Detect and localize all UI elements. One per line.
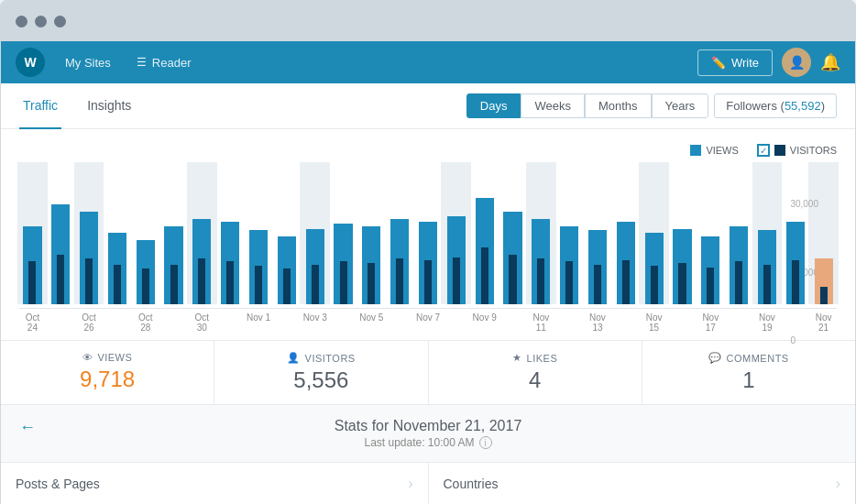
x-label-17 [499, 312, 526, 333]
countries-header[interactable]: Countries › [429, 463, 856, 504]
bar-group-2[interactable] [76, 162, 103, 304]
traffic-light-red[interactable] [16, 16, 27, 27]
bar-group-25[interactable] [726, 162, 752, 304]
bar-views [532, 219, 550, 304]
bar-visitors [85, 258, 93, 304]
info-icon: i [479, 436, 492, 449]
notifications-bell[interactable]: 🔔 [820, 52, 840, 72]
bar-group-14[interactable] [415, 162, 442, 304]
bar-visitors [142, 268, 149, 304]
legend-views-box [690, 145, 701, 156]
bar-group-26[interactable] [754, 162, 781, 304]
bar-group-12[interactable] [358, 162, 385, 304]
bar-group-24[interactable] [697, 162, 724, 304]
x-label-20: Nov 13 [585, 312, 611, 333]
bar-views [80, 212, 98, 304]
bar-group-20[interactable] [585, 162, 611, 304]
traffic-light-green[interactable] [54, 16, 66, 27]
traffic-light-yellow[interactable] [35, 16, 47, 27]
reader-nav[interactable]: ☰ Reader [124, 41, 204, 83]
bar-group-10[interactable] [302, 162, 328, 304]
bar-group-4[interactable] [132, 162, 159, 304]
bar-views [164, 226, 182, 304]
bar-visitors [114, 265, 121, 304]
x-label-25 [726, 312, 752, 333]
bar-group-8[interactable] [246, 162, 272, 304]
bar-views [390, 219, 409, 304]
bar-group-7[interactable] [217, 162, 244, 304]
bar-group-6[interactable] [189, 162, 215, 304]
nav-bar: W My Sites ☰ Reader ✏️ Write 👤 🔔 [1, 41, 855, 83]
tab-insights[interactable]: Insights [83, 83, 135, 129]
bar-views [447, 216, 466, 304]
x-label-24: Nov 17 [697, 312, 724, 333]
bar-views [617, 222, 635, 304]
x-label-7 [217, 312, 244, 333]
bar-group-17[interactable] [499, 162, 526, 304]
bar-visitors [594, 265, 601, 304]
bar-group-5[interactable] [160, 162, 187, 304]
bar-group-1[interactable] [48, 162, 74, 304]
stat-likes-value: 4 [444, 367, 627, 393]
bar-visitors [339, 261, 346, 304]
user-avatar[interactable]: 👤 [782, 48, 811, 77]
posts-pages-header[interactable]: Posts & Pages › [1, 463, 428, 504]
bar-visitors [622, 260, 630, 304]
followers-button[interactable]: Followers (55,592) [714, 93, 837, 118]
x-label-26: Nov 19 [754, 312, 781, 333]
bar-group-11[interactable] [330, 162, 357, 304]
reader-label: Reader [152, 56, 192, 70]
bar-group-22[interactable] [641, 162, 667, 304]
followers-count: 55,592 [785, 99, 821, 113]
period-months[interactable]: Months [585, 93, 652, 118]
bar-views [730, 226, 748, 304]
my-sites-nav[interactable]: My Sites [52, 41, 124, 83]
period-days[interactable]: Days [466, 93, 521, 118]
x-label-6: Oct 30 [189, 312, 215, 333]
stat-visitors-label: 👤 VISITORS [229, 352, 412, 364]
bar-group-19[interactable] [556, 162, 583, 304]
legend-views: VIEWS [690, 144, 738, 157]
period-weeks[interactable]: Weeks [521, 93, 585, 118]
bar-chart [19, 162, 837, 309]
bar-views [362, 226, 380, 304]
bar-visitors [537, 258, 544, 304]
wp-logo[interactable]: W [16, 48, 45, 77]
write-button[interactable]: ✏️ Write [697, 49, 773, 76]
bar-visitors [509, 255, 516, 304]
bar-visitors [226, 261, 234, 304]
bar-group-27[interactable] [782, 162, 808, 304]
countries-panel: Countries › [429, 463, 856, 504]
x-label-23 [669, 312, 696, 333]
bar-group-13[interactable] [387, 162, 413, 304]
bar-group-3[interactable] [104, 162, 130, 304]
bar-views [758, 230, 776, 304]
bar-group-9[interactable] [273, 162, 300, 304]
bar-group-18[interactable] [528, 162, 554, 304]
bar-group-0[interactable] [19, 162, 46, 304]
x-label-4: Oct 28 [132, 312, 159, 333]
x-label-1 [48, 312, 74, 333]
bar-group-23[interactable] [669, 162, 696, 304]
visitors-icon: 👤 [287, 352, 301, 364]
legend-visitors-checkbox[interactable]: ✓ [757, 144, 770, 157]
bar-visitors [28, 261, 36, 304]
write-label: Write [731, 56, 759, 70]
bar-visitors [255, 266, 262, 304]
bar-visitors [396, 258, 403, 304]
date-title: Stats for November 21, 2017 [14, 418, 842, 434]
date-info-section: ← Stats for November 21, 2017 Last updat… [1, 404, 855, 462]
bar-group-21[interactable] [612, 162, 639, 304]
bar-group-15[interactable] [443, 162, 469, 304]
x-label-10: Nov 3 [302, 312, 328, 333]
bar-views [306, 229, 324, 304]
x-label-19 [556, 312, 583, 333]
bar-visitors [707, 268, 714, 304]
bar-group-16[interactable] [471, 162, 498, 304]
wp-logo-text: W [24, 55, 36, 70]
bar-visitors [424, 260, 432, 304]
back-arrow[interactable]: ← [19, 418, 36, 437]
tab-traffic[interactable]: Traffic [19, 83, 61, 129]
period-years[interactable]: Years [652, 93, 709, 118]
bar-visitors [651, 266, 658, 304]
